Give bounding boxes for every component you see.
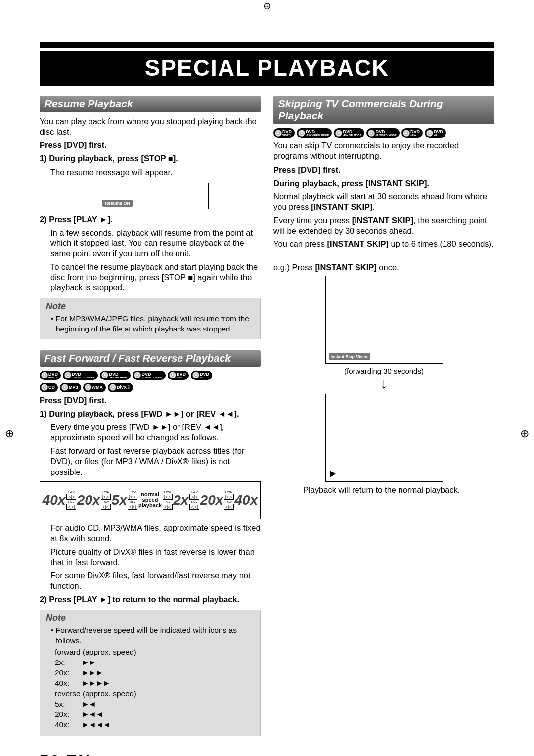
resume-message-box: Resume ON <box>99 183 209 209</box>
disc-badge: WMA <box>83 383 106 392</box>
step-1: 1) During playback, press [STOP ■]. <box>40 153 261 164</box>
screen-box-1: Instant Skip 30sec. <box>325 276 443 364</box>
forwarding-30: (forwarding 30 seconds) <box>273 367 494 375</box>
fwd-row: 20x:►►► <box>55 668 254 677</box>
switch-icon: FWD▷▷REV◁◁ <box>189 490 199 510</box>
step-instant-skip: During playback, press [INSTANT SKIP]. <box>273 178 494 189</box>
eg-label: e.g.) Press [INSTANT SKIP] once. <box>273 262 494 273</box>
fwd-40x-icon: ►►►► <box>82 679 110 688</box>
after-1: For audio CD, MP3/WMA files, approximate… <box>50 523 261 544</box>
disc-badge: DVD-R VIDEO MODE <box>366 128 400 138</box>
skip-body-2: Every time you press [INSTANT SKIP], the… <box>273 215 494 236</box>
down-arrow-icon: ↓ <box>273 377 494 391</box>
step-2: 2) Press [PLAY ►]. <box>40 214 261 225</box>
speed-5x: 5x <box>112 492 127 508</box>
fwd-20x-icon: ►►► <box>82 668 103 677</box>
disc-badge: DVD-RW VIDEO MODE <box>63 371 98 380</box>
registration-mark-top: ⊕ <box>0 0 534 12</box>
switch-icon: FWD▷▷REV◁◁ <box>101 490 111 510</box>
section-resume-playback: Resume Playback <box>40 96 261 112</box>
registration-mark-left: ⊕ <box>5 427 14 440</box>
page: ⊕ ⊕ SPECIAL PLAYBACK Resume Playback You… <box>40 42 494 756</box>
after-3: For some DivX® files, fast forward/fast … <box>50 570 261 591</box>
note-box-2: Note Forward/reverse speed will be indic… <box>40 610 261 736</box>
speed-20x-b: 20x <box>200 492 223 508</box>
disc-badge: DVD+RW <box>401 128 423 138</box>
press-dvd-first: Press [DVD] first. <box>40 140 261 150</box>
disc-badge: DVD-RW VR MODE <box>100 371 131 380</box>
speed-40x: 40x <box>43 492 66 508</box>
resume-intro: You can play back from where you stopped… <box>40 116 261 137</box>
disc-row-1: DVDVIDEO DVD-RW VIDEO MODE DVD-RW VR MOD… <box>40 371 261 380</box>
right-column: Skipping TV Commercials During Playback … <box>273 96 494 736</box>
disc-badge: DVDVIDEO <box>40 371 61 380</box>
fwd-label: forward (approx. speed) <box>55 648 254 657</box>
press-dvd-first-2: Press [DVD] first. <box>40 395 261 406</box>
speed-diagram: 40x FWD▷▷REV◁◁ 20x FWD▷▷REV◁◁ 5x FWD▷▷RE… <box>40 481 261 519</box>
disc-badge: DVD-RW VIDEO MODE <box>297 128 332 138</box>
disc-row-2: CD MP3 WMA DivX® <box>40 383 261 392</box>
page-title: SPECIAL PLAYBACK <box>40 51 494 86</box>
skip-outro: Playback will return to the normal playb… <box>303 485 494 495</box>
note-box-1: Note For MP3/WMA/JPEG files, playback wi… <box>40 298 261 339</box>
registration-mark-right: ⊕ <box>520 427 529 440</box>
step-b1-body1: Every time you press [FWD ►►] or [REV ◄◄… <box>50 422 261 443</box>
step-1-body: The resume message will appear. <box>50 167 261 178</box>
fwd-row: 2x:►► <box>55 658 254 667</box>
fwd-row: 40x:►►►► <box>55 679 254 688</box>
left-column: Resume Playback You can play back from w… <box>40 96 261 736</box>
screen-box-2 <box>325 394 443 482</box>
resume-on-label: Resume ON <box>102 200 133 207</box>
disc-badge: DVD+RW <box>168 371 189 380</box>
disc-badge: DVD-R VIDEO MODE <box>133 371 166 380</box>
switch-icon: FWD▷▷REV◁◁ <box>224 490 234 510</box>
rev-20x-icon: ►◄◄ <box>82 710 103 719</box>
skip-body-1: Normal playback will start at 30 seconds… <box>273 191 494 212</box>
disc-badge: DVD+R <box>425 128 446 138</box>
disc-badge: DVDVIDEO <box>273 128 295 138</box>
speed-20x: 20x <box>77 492 100 508</box>
switch-icon: FWD▷▷REV◁◁ <box>66 490 76 510</box>
disc-badge: CD <box>40 383 58 392</box>
note2-intro: Forward/reverse speed will be indicated … <box>51 625 254 645</box>
rev-row: 40x:►◄◄◄ <box>55 720 254 729</box>
step-b1: 1) During playback, press [FWD ►►] or [R… <box>40 409 261 419</box>
switch-icon: FWD▷▷REV◁◁ <box>163 490 173 510</box>
note-item: For MP3/WMA/JPEG files, playback will re… <box>51 314 254 333</box>
section-skip-commercials: Skipping TV Commercials During Playback <box>273 96 494 124</box>
rev-40x-icon: ►◄◄◄ <box>82 720 110 729</box>
after-2: Picture quality of DivX® files in fast r… <box>50 547 261 567</box>
disc-badge: DivX® <box>108 383 133 392</box>
speed-40x-b: 40x <box>234 492 258 508</box>
step-b1-body2: Fast forward or fast reverse playback ac… <box>50 446 261 477</box>
disc-badge: MP3 <box>60 383 81 392</box>
instant-skip-label: Instant Skip 30sec. <box>329 353 371 360</box>
banner-top-bar <box>40 42 494 48</box>
note-title: Note <box>46 301 254 312</box>
rev-label: reverse (approx. speed) <box>55 689 254 698</box>
play-icon <box>330 471 336 477</box>
section-fast-forward: Fast Forward / Fast Reverse Playback <box>40 350 261 367</box>
rev-5x-icon: ►◄ <box>82 700 96 709</box>
step-b2: 2) Press [PLAY ►] to return to the norma… <box>40 594 261 605</box>
step-2-body-2: To cancel the resume playback and start … <box>50 262 261 293</box>
disc-row-right: DVDVIDEO DVD-RW VIDEO MODE DVD-RW VR MOD… <box>273 128 494 138</box>
rev-row: 5x:►◄ <box>55 700 254 709</box>
skip-body-3: You can press [INSTANT SKIP] up to 6 tim… <box>273 239 494 249</box>
rev-row: 20x:►◄◄ <box>55 710 254 719</box>
press-dvd-first-r: Press [DVD] first. <box>273 165 494 175</box>
disc-badge: DVD-RW VR MODE <box>334 128 364 138</box>
page-number: 58 EN <box>40 751 494 756</box>
step-2-body-1: In a few seconds, playback will resume f… <box>50 228 261 259</box>
skip-intro: You can skip TV commercials to enjoy the… <box>273 141 494 161</box>
note-title-2: Note <box>46 613 254 623</box>
fwd-2x-icon: ►► <box>82 658 96 667</box>
speed-normal: normalspeedplayback <box>138 492 162 508</box>
speed-2x: 2x <box>173 492 188 508</box>
switch-icon: FWD▷▷REV◁◁ <box>128 490 137 510</box>
disc-badge: DVD+R <box>191 371 212 380</box>
